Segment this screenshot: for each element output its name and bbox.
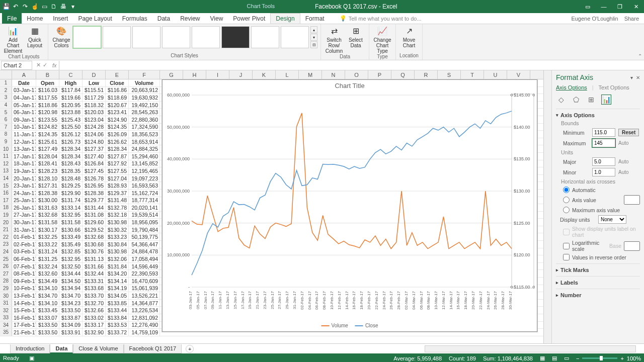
units-minor-input[interactable] [592,168,615,176]
zoom-level[interactable]: 100% [627,355,641,361]
add-worksheet-button[interactable]: + [186,345,194,353]
cell[interactable]: $133.17 [83,322,106,329]
change-chart-type-button[interactable]: 📈Change Chart Type [372,25,392,54]
cell[interactable]: $130.68 [83,241,106,248]
cell[interactable]: $128.38 [83,190,106,197]
cell[interactable]: $133.53 [106,322,129,329]
cell[interactable]: $131.63 [36,204,59,211]
cell[interactable]: 17-Feb-17 [12,322,36,329]
cell[interactable]: $129.60 [83,219,106,226]
cell[interactable]: $128.04 [36,153,59,160]
cell[interactable]: Volume [129,79,160,86]
cell[interactable]: $117.29 [83,94,106,101]
col-header-D[interactable]: D [83,70,106,79]
cell[interactable]: $132.95 [59,212,83,219]
select-all-cell[interactable] [0,70,12,79]
cell[interactable]: $124.35 [36,131,59,138]
cell[interactable]: $123.55 [36,116,59,123]
cell[interactable]: $128.34 [59,145,83,152]
cell[interactable]: $124.90 [106,116,129,123]
cell[interactable]: $126.12 [59,131,83,138]
cell[interactable]: 09-Feb-17 [12,278,36,285]
cell[interactable]: $131.74 [59,197,83,204]
chart-style-8[interactable] [281,26,309,48]
cell[interactable]: $128.34 [106,145,129,152]
ribbon-display-icon[interactable]: ▭ [582,4,594,10]
cell[interactable]: 19,492,150 [129,102,160,109]
horizontal-scrollbar[interactable] [425,345,636,352]
cell[interactable]: $132.18 [106,212,129,219]
cell[interactable]: 14,596,449 [129,263,160,270]
cell[interactable]: $131.44 [83,204,106,211]
cell[interactable]: $133.84 [106,314,129,321]
cell[interactable]: 03-Jan-17 [12,87,36,94]
zoom-slider[interactable] [582,357,617,359]
quick-layout-button[interactable]: ▦Quick Layout [25,25,45,48]
cell[interactable]: $131.25 [36,255,59,262]
worksheet-tab[interactable]: Close & Volume [73,344,123,353]
row-header[interactable]: 20 [0,219,12,226]
cell[interactable]: 13,226,534 [129,307,160,314]
row-header[interactable]: 19 [0,212,12,219]
cell[interactable]: 20-Jan-17 [12,175,36,182]
chart-plot-area[interactable]: -10,000,00020,000,00030,000,00040,000,00… [166,92,535,313]
cell[interactable]: $133.07 [36,314,59,321]
chart-style-6[interactable] [221,26,250,48]
cell[interactable]: $130.84 [106,241,129,248]
cell[interactable]: $130.98 [106,219,129,226]
cell[interactable]: $123.04 [83,116,106,123]
cell[interactable]: 23-Jan-17 [12,182,36,189]
gallery-down-icon[interactable]: ▾ [310,34,317,41]
col-header-R[interactable]: R [415,70,438,79]
save-icon[interactable]: 💾 [2,3,10,11]
macro-record-icon[interactable]: ▣ [29,355,34,361]
cell[interactable]: 12-Jan-17 [12,138,36,145]
size-icon[interactable]: ⊞ [586,95,596,105]
cell[interactable]: $135.49 [59,241,83,248]
cell[interactable]: High [59,79,83,86]
cell[interactable]: $132.85 [59,248,83,255]
cell[interactable]: $132.78 [106,204,129,211]
enter-formula-icon[interactable]: ✓ [43,62,47,68]
cell[interactable]: $115.51 [83,87,106,94]
cell[interactable]: 20,020,141 [129,204,160,211]
row-header[interactable]: 30 [0,292,12,299]
cell[interactable]: $131.48 [106,197,129,204]
cell[interactable]: $127.87 [106,153,129,160]
cell[interactable]: $134.14 [106,278,129,285]
tick-marks-section[interactable]: Tick Marks [556,266,640,274]
row-header[interactable]: 27 [0,270,12,277]
cell[interactable]: 12,195,465 [129,167,160,174]
cell[interactable]: $117.84 [59,87,83,94]
number-section[interactable]: Number [556,291,640,299]
cell[interactable]: $120.67 [106,102,129,109]
col-header-U[interactable]: U [484,70,507,79]
col-header-Q[interactable]: Q [391,70,415,79]
cell[interactable]: $127.04 [106,175,129,182]
cell[interactable]: Close [106,79,129,86]
cell[interactable]: 24-Jan-17 [12,190,36,197]
cell[interactable]: $130.76 [83,248,106,255]
cell[interactable]: 14,759,109 [129,329,160,336]
row-header[interactable]: 9 [0,138,12,145]
chart-legend[interactable]: Volume Close [321,323,378,328]
view-normal-icon[interactable]: ▦ [540,355,545,361]
cell[interactable]: $133.02 [83,314,106,321]
row-header[interactable]: 25 [0,255,12,262]
cell[interactable]: $119.66 [59,94,83,101]
cell[interactable]: $126.78 [83,175,106,182]
cell[interactable]: $127.49 [36,145,59,152]
cell[interactable]: $132.50 [59,263,83,270]
chart-style-3[interactable] [132,26,160,48]
cell[interactable]: 02-Feb-17 [12,241,36,248]
cell[interactable]: 17,058,494 [129,255,160,262]
cell[interactable]: $134.94 [59,285,83,292]
cell[interactable]: $134.19 [106,285,129,292]
cell[interactable]: $132.70 [83,300,106,307]
cell[interactable]: $134.10 [36,285,59,292]
cell[interactable]: $128.10 [36,175,59,182]
axis-options-icon[interactable]: 📊 [601,95,611,105]
cell[interactable]: $134.49 [36,278,59,285]
cell[interactable]: Open [36,79,59,86]
collapse-ribbon-icon[interactable]: ⌃ [638,53,642,59]
